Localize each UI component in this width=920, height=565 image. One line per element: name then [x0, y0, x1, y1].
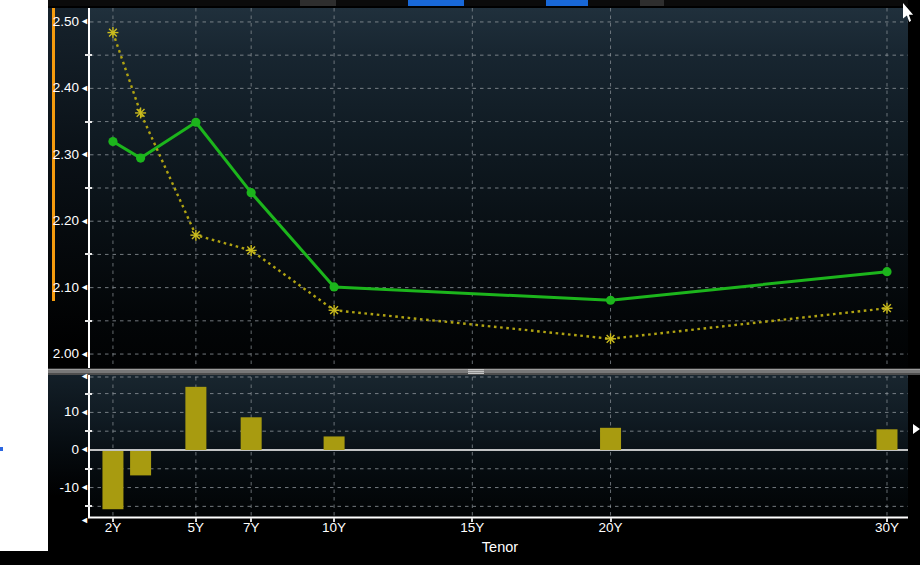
right-edge-arrow-icon [913, 424, 920, 434]
x-tick-label: 2Y [95, 520, 131, 535]
y-minor-tick [85, 468, 92, 470]
x-tick-label: 5Y [178, 520, 214, 535]
panel-splitter[interactable] [48, 368, 920, 375]
toolbar-segment-blue [408, 0, 464, 6]
top-toolbar-strip [48, 0, 920, 6]
y-tick-label: 2.40 [53, 80, 79, 96]
blue-marker [0, 447, 3, 451]
y-tick-major: 2.30◄ [46, 147, 89, 163]
y-minor-tick [85, 121, 92, 123]
y-tick-major: 2.20◄ [46, 213, 89, 229]
tick-arrow-icon: ◄ [80, 350, 89, 359]
x-tick-label: 7Y [233, 520, 269, 535]
tick-arrow-icon: ◄ [80, 17, 89, 26]
y-tick-label: 2.00 [53, 346, 79, 362]
x-tick-label: 30Y [869, 520, 905, 535]
tick-arrow-icon: ◄ [80, 483, 89, 492]
x-tick-label: 20Y [593, 520, 629, 535]
y-tick-label: 2.50 [53, 14, 79, 30]
y-tick-major: 2.50◄ [46, 14, 89, 30]
chart-window: Tenor 2.50◄2.40◄2.30◄2.20◄2.10◄2.00◄10◄0… [0, 0, 920, 565]
tick-arrow-icon: ◄ [80, 84, 89, 93]
y-minor-tick [85, 253, 92, 255]
x-tick-label: 10Y [316, 520, 352, 535]
top-panel-plot[interactable] [90, 8, 908, 368]
y-tick-major: 2.00◄ [46, 346, 89, 362]
axis-edge-arrow-icon: ◄ [80, 372, 89, 381]
y-minor-tick [85, 505, 92, 507]
y-tick-major: 10◄ [46, 404, 89, 420]
toolbar-segment-grey [300, 0, 336, 6]
tick-arrow-icon: ◄ [80, 217, 89, 226]
y-minor-tick [85, 187, 92, 189]
y-minor-tick [85, 430, 92, 432]
y-tick-major: -10◄ [46, 480, 89, 496]
left-gutter [0, 0, 48, 551]
y-tick-label: 2.20 [53, 213, 79, 229]
y-tick-label: -10 [60, 480, 80, 496]
y-minor-tick [85, 393, 92, 395]
tick-arrow-icon: ◄ [80, 150, 89, 159]
y-tick-label: 0 [72, 442, 80, 458]
toolbar-segment-blue [546, 0, 588, 6]
bottom-panel-plot[interactable] [90, 375, 908, 518]
right-margin [908, 0, 920, 565]
y-tick-label: 2.30 [53, 147, 79, 163]
tick-arrow-icon: ◄ [80, 408, 89, 417]
axis-edge-arrow-icon: ◄ [80, 516, 89, 525]
y-tick-label: 2.10 [53, 280, 79, 296]
x-tick-label: 15Y [454, 520, 490, 535]
y-tick-major: 2.40◄ [46, 80, 89, 96]
x-axis-title: Tenor [460, 539, 540, 555]
y-tick-major: 2.10◄ [46, 280, 89, 296]
toolbar-segment-grey [640, 0, 664, 6]
y-tick-label: 10 [64, 404, 79, 420]
splitter-grip[interactable] [468, 369, 484, 374]
y-minor-tick [85, 54, 92, 56]
y-minor-tick [85, 320, 92, 322]
tick-arrow-icon: ◄ [80, 445, 89, 454]
y-tick-major: 0◄ [46, 442, 89, 458]
tick-arrow-icon: ◄ [80, 283, 89, 292]
